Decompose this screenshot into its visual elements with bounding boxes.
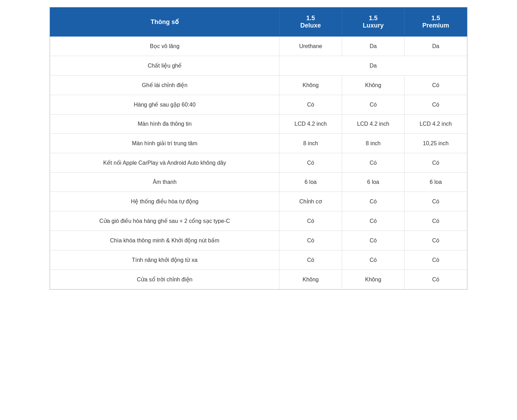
premium-cell: Có — [404, 250, 467, 270]
table-row: Cửa sổ trời chỉnh điệnKhôngKhôngCó — [50, 270, 467, 289]
premium-cell: Có — [404, 95, 467, 115]
deluxe-cell: Có — [279, 231, 342, 250]
premium-cell: Có — [404, 270, 467, 289]
premium-cell: Da — [404, 37, 467, 56]
feature-cell: Màn hình giải trí trung tâm — [50, 134, 279, 153]
deluxe-cell: Không — [279, 270, 342, 289]
feature-cell: Bọc vô lăng — [50, 37, 279, 56]
premium-cell: Có — [404, 192, 467, 211]
header-luxury-line2: Luxury — [363, 22, 384, 29]
table-header-row: Thông số 1.5 Deluxe 1.5 Luxury 1.5 Premi… — [50, 8, 467, 37]
specs-table: Thông số 1.5 Deluxe 1.5 Luxury 1.5 Premi… — [49, 7, 468, 290]
table-row: Tính năng khởi động từ xaCóCóCó — [50, 250, 467, 270]
table-row: Ghế lái chỉnh điệnKhôngKhôngCó — [50, 76, 467, 95]
header-luxury: 1.5 Luxury — [342, 8, 404, 37]
premium-cell: Có — [404, 153, 467, 173]
header-deluxe-line2: Deluxe — [300, 22, 321, 29]
table-row: Màn hình đa thông tinLCD 4.2 inchLCD 4.2… — [50, 115, 467, 134]
header-feature: Thông số — [50, 8, 279, 37]
feature-cell: Chìa khóa thông minh & Khởi động nút bấm — [50, 231, 279, 250]
table-row: Âm thanh6 loa6 loa6 loa — [50, 173, 467, 192]
table-row: Màn hình giải trí trung tâm8 inch8 inch1… — [50, 134, 467, 153]
header-premium: 1.5 Premium — [404, 8, 467, 37]
deluxe-cell: 6 loa — [279, 173, 342, 192]
feature-cell: Tính năng khởi động từ xa — [50, 250, 279, 270]
feature-cell: Chất liệu ghế — [50, 56, 279, 76]
luxury-cell: Có — [342, 95, 404, 115]
feature-cell: Hệ thống điều hòa tự động — [50, 192, 279, 211]
header-deluxe-line1: 1.5 — [306, 15, 315, 22]
luxury-cell: Có — [342, 211, 404, 231]
feature-cell: Màn hình đa thông tin — [50, 115, 279, 134]
deluxe-cell: Có — [279, 211, 342, 231]
luxury-cell: Có — [342, 153, 404, 173]
header-feature-label: Thông số — [151, 18, 179, 25]
deluxe-cell: Urethane — [279, 37, 342, 56]
deluxe-cell: Có — [279, 153, 342, 173]
feature-cell: Cửa sổ trời chỉnh điện — [50, 270, 279, 289]
table-row: Hệ thống điều hòa tự độngChỉnh cơCóCó — [50, 192, 467, 211]
feature-cell: Ghế lái chỉnh điện — [50, 76, 279, 95]
table-row: Chìa khóa thông minh & Khởi động nút bấm… — [50, 231, 467, 250]
header-premium-line1: 1.5 — [431, 15, 440, 22]
luxury-cell: Không — [342, 76, 404, 95]
table-row: Chất liệu ghếDa — [50, 56, 467, 76]
header-luxury-line1: 1.5 — [369, 15, 378, 22]
merged-value-cell: Da — [279, 56, 467, 76]
premium-cell: 6 loa — [404, 173, 467, 192]
luxury-cell: 8 inch — [342, 134, 404, 153]
premium-cell: Có — [404, 211, 467, 231]
luxury-cell: Có — [342, 231, 404, 250]
premium-cell: 10,25 inch — [404, 134, 467, 153]
deluxe-cell: LCD 4.2 inch — [279, 115, 342, 134]
luxury-cell: Có — [342, 250, 404, 270]
table-row: Hàng ghế sau gập 60:40CóCóCó — [50, 95, 467, 115]
feature-cell: Cửa gió điều hòa hàng ghế sau + 2 cổng s… — [50, 211, 279, 231]
luxury-cell: Không — [342, 270, 404, 289]
deluxe-cell: Chỉnh cơ — [279, 192, 342, 211]
deluxe-cell: 8 inch — [279, 134, 342, 153]
deluxe-cell: Có — [279, 250, 342, 270]
table-row: Kết nối Apple CarPlay và Android Auto kh… — [50, 153, 467, 173]
premium-cell: LCD 4.2 inch — [404, 115, 467, 134]
table-row: Cửa gió điều hòa hàng ghế sau + 2 cổng s… — [50, 211, 467, 231]
premium-cell: Có — [404, 231, 467, 250]
deluxe-cell: Không — [279, 76, 342, 95]
table-row: Bọc vô lăngUrethaneDaDa — [50, 37, 467, 56]
feature-cell: Âm thanh — [50, 173, 279, 192]
feature-cell: Hàng ghế sau gập 60:40 — [50, 95, 279, 115]
luxury-cell: Da — [342, 37, 404, 56]
feature-cell: Kết nối Apple CarPlay và Android Auto kh… — [50, 153, 279, 173]
premium-cell: Có — [404, 76, 467, 95]
deluxe-cell: Có — [279, 95, 342, 115]
header-deluxe: 1.5 Deluxe — [279, 8, 342, 37]
luxury-cell: Có — [342, 192, 404, 211]
luxury-cell: 6 loa — [342, 173, 404, 192]
header-premium-line2: Premium — [422, 22, 449, 29]
luxury-cell: LCD 4.2 inch — [342, 115, 404, 134]
